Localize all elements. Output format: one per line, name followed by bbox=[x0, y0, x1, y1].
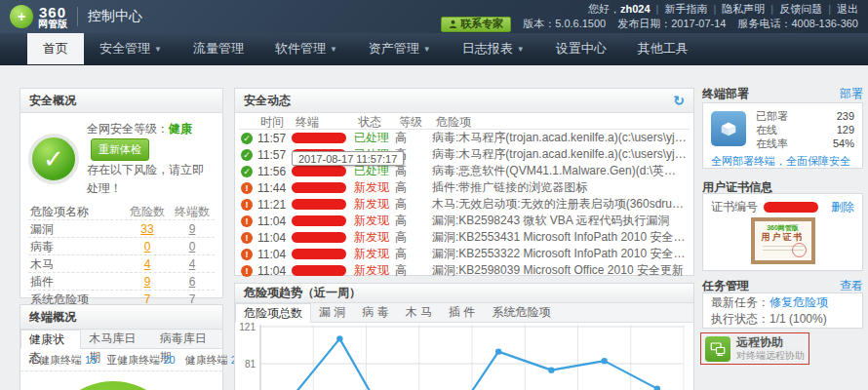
header-link[interactable]: 反馈问题 bbox=[779, 2, 822, 17]
terminal-overview-card: 终端概况 健康状态 木马库日期 病毒库日期 不健康终端 15 亚健康终端 20 … bbox=[20, 304, 223, 390]
risk-name: 漏洞 bbox=[28, 220, 125, 237]
redaction-mark bbox=[292, 215, 346, 226]
deploy-stat-value: 129 bbox=[837, 123, 854, 136]
activity-row[interactable]: ! 11:04 新发现 高 漏洞:KB2553322 Microsoft Inf… bbox=[235, 246, 693, 262]
refresh-icon[interactable]: ↻ bbox=[673, 89, 685, 112]
activity-terminal bbox=[292, 180, 354, 196]
trend-tab[interactable]: 插 件 bbox=[441, 303, 484, 322]
latest-task-row: 最新任务：修复危险项 bbox=[703, 293, 862, 310]
nav-item-label: 其他工具 bbox=[638, 40, 689, 58]
risk-count-link[interactable]: 9 bbox=[144, 275, 151, 289]
activity-level: 高 bbox=[395, 213, 432, 229]
col-level: 等级 bbox=[399, 115, 436, 130]
deploy-stat-value: 239 bbox=[837, 109, 854, 123]
trend-tab[interactable]: 病 毒 bbox=[354, 303, 397, 322]
activity-level: 高 bbox=[395, 229, 432, 246]
activity-time: 11:04 bbox=[257, 264, 292, 278]
activity-row[interactable]: ! 11:44 新发现 高 插件:带推广链接的浏览器图标 bbox=[235, 179, 693, 196]
risk-count-link[interactable]: 0 bbox=[144, 240, 151, 254]
col-terminal: 终端 bbox=[296, 115, 358, 130]
timestamp-tooltip: 2017-08-17 11:57:17 bbox=[292, 151, 404, 166]
trend-tab[interactable]: 木 马 bbox=[398, 303, 441, 322]
activity-risk: 木马:无效启动项:无效的注册表启动项(360sdrun.exe) bbox=[432, 196, 688, 213]
deployment-body: 已部署 239 在线 129 在线率 54% bbox=[703, 103, 862, 152]
terminal-count-link[interactable]: 6 bbox=[189, 275, 196, 289]
nav-item[interactable]: 其他工具 bbox=[622, 33, 704, 64]
security-overview-card: 安全概况 ✓ 全网安全等级：健康重新体检 存在以下风险，请立即处理！ 危险项名称… bbox=[20, 88, 223, 298]
latest-task-link[interactable]: 修复危险项 bbox=[769, 295, 828, 309]
delete-certificate-link[interactable]: 删除 bbox=[831, 199, 854, 215]
link-separator: | bbox=[656, 2, 659, 17]
activity-row[interactable]: ! 11:04 新发现 高 漏洞:KB2553431 Microsoft Inf… bbox=[235, 229, 693, 246]
terminal-stat: 亚健康终端 20 bbox=[106, 353, 175, 368]
terminal-count-link[interactable]: 4 bbox=[189, 257, 196, 271]
deploy-link[interactable]: 部署 bbox=[840, 86, 863, 102]
col-risk-name: 危险项名称 bbox=[28, 203, 125, 219]
service-phone-label: 服务电话：4008-136-360 bbox=[737, 17, 858, 31]
activity-time: 11:57 bbox=[257, 148, 292, 162]
nav-item[interactable]: 流量管理 bbox=[178, 33, 259, 64]
trend-tab[interactable]: 系统危险项 bbox=[484, 303, 559, 322]
nav-item[interactable]: 资产管理 ▼ bbox=[353, 33, 447, 64]
activity-risk: 漏洞:KB2598243 微软 VBA 远程代码执行漏洞 bbox=[432, 213, 688, 229]
handled-check-icon: ✓ bbox=[241, 133, 253, 144]
terminal-tab[interactable]: 木马库日期 bbox=[81, 330, 151, 348]
activity-row[interactable]: ! 11:04 新发现 高 漏洞:KB2598243 微软 VBA 远程代码执行… bbox=[235, 213, 693, 229]
deploy-stat-label: 在线 bbox=[756, 123, 777, 136]
trend-tab[interactable]: 漏 洞 bbox=[311, 303, 354, 322]
header-link[interactable]: 新手指南 bbox=[664, 2, 707, 17]
header-divider bbox=[77, 7, 78, 26]
stat-label: 亚健康终端 bbox=[106, 354, 160, 366]
nav-item-label: 日志报表 bbox=[462, 40, 513, 58]
nav-item[interactable]: 设置中心 bbox=[540, 33, 622, 64]
nav-item[interactable]: 安全管理 ▼ bbox=[84, 33, 178, 64]
terminal-count-link[interactable]: 0 bbox=[189, 240, 196, 254]
remote-assist-text: 远程协助 对终端远程协助 bbox=[736, 336, 805, 362]
nav-item[interactable]: 软件管理 ▼ bbox=[259, 33, 353, 64]
activity-terminal bbox=[292, 230, 354, 246]
nav-item[interactable]: 日志报表 ▼ bbox=[447, 33, 540, 64]
activity-time: 11:56 bbox=[257, 165, 292, 178]
activity-row[interactable]: ! 11:21 新发现 高 木马:无效启动项:无效的注册表启动项(360sdru… bbox=[235, 196, 693, 213]
remote-monitors-icon bbox=[705, 336, 730, 362]
stat-label: 不健康终端 bbox=[28, 354, 82, 366]
link-separator: | bbox=[770, 2, 773, 17]
nav-item-label: 设置中心 bbox=[556, 40, 607, 58]
remote-assist-item[interactable]: 远程协助 对终端远程协助 bbox=[700, 332, 809, 365]
terminal-tab[interactable]: 病毒库日期 bbox=[152, 330, 222, 348]
activity-status: 新发现 bbox=[354, 262, 395, 279]
chevron-down-icon: ▼ bbox=[423, 45, 431, 54]
certificate-stamp bbox=[792, 243, 807, 257]
risk-trend-header: 危险项趋势（近一周） bbox=[235, 284, 693, 303]
activity-columns: 时间 终端 状态 等级 危险项 bbox=[239, 115, 690, 130]
terminal-tab[interactable]: 健康状态 bbox=[20, 330, 81, 349]
level-label: 全网安全等级： bbox=[87, 122, 169, 136]
alert-icon: ! bbox=[241, 215, 253, 227]
terminal-count-link[interactable]: 9 bbox=[189, 222, 196, 236]
activity-row[interactable]: ✓ 11:57 已处理 高 病毒:木马程序(trojan.acad.kenilf… bbox=[235, 130, 693, 146]
col-risk-count: 危险数 bbox=[125, 203, 170, 219]
header-link[interactable]: 隐私声明 bbox=[722, 2, 765, 17]
header-link[interactable]: 退出 bbox=[837, 2, 858, 17]
recheck-button[interactable]: 重新体检 bbox=[91, 138, 149, 161]
handled-check-icon: ✓ bbox=[241, 166, 253, 177]
certificate-number-row: 证书编号 删除 bbox=[703, 194, 862, 217]
remote-assist-title: 远程协助 bbox=[736, 336, 805, 349]
activity-risk: 插件:带推广链接的浏览器图标 bbox=[432, 179, 688, 196]
risk-table-row: 木马 4 4 bbox=[28, 254, 215, 272]
risk-count-link[interactable]: 4 bbox=[144, 257, 151, 271]
nav-item[interactable]: 首页 bbox=[27, 33, 84, 64]
risk-table-row: 病毒 0 0 bbox=[28, 237, 215, 254]
alert-icon: ! bbox=[241, 232, 253, 244]
certificate-image: 360网管版 用户证书 bbox=[751, 217, 815, 264]
activity-row[interactable]: ! 11:04 新发现 高 漏洞:KB2598039 Microsoft Off… bbox=[235, 262, 693, 279]
deploy-all-link[interactable]: 全网部署终端，全面保障安全 bbox=[703, 152, 862, 169]
risk-count-link[interactable]: 33 bbox=[140, 222, 153, 236]
activity-time: 11:04 bbox=[257, 231, 292, 245]
person-icon bbox=[449, 20, 457, 28]
content-area: 安全概况 ✓ 全网安全等级：健康重新体检 存在以下风险，请立即处理！ 危险项名称… bbox=[0, 65, 868, 390]
contact-expert-button[interactable]: 联系专家 bbox=[441, 17, 511, 32]
redaction-mark bbox=[292, 166, 346, 176]
360-logo-icon: + bbox=[10, 5, 33, 28]
trend-tab[interactable]: 危险项总数 bbox=[235, 303, 311, 323]
